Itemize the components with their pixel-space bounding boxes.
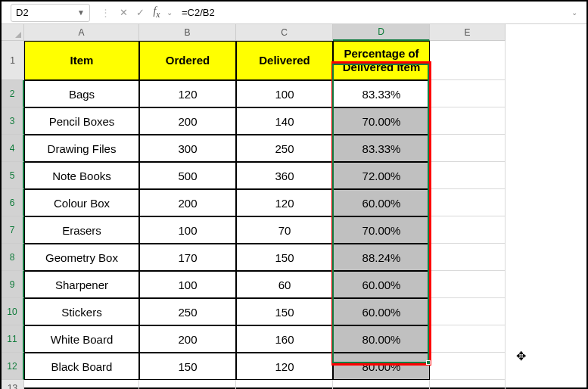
row-header-1[interactable]: 1 bbox=[2, 41, 24, 80]
cell-percentage[interactable]: 70.00% bbox=[333, 216, 430, 244]
formula-bar: D2 ▼ ⋮ ✕ ✓ fx ⌄ =C2/B2 ⌄ bbox=[2, 2, 586, 24]
cell-ordered[interactable]: 200 bbox=[139, 107, 236, 135]
cell-delivered[interactable]: 250 bbox=[236, 135, 333, 162]
row-header-6[interactable]: 6 bbox=[2, 189, 24, 216]
cell-percentage[interactable]: 83.33% bbox=[333, 80, 430, 107]
cell-empty[interactable] bbox=[430, 216, 506, 244]
cell-C13[interactable] bbox=[236, 380, 333, 389]
cell-empty[interactable] bbox=[430, 271, 506, 298]
row-header-10[interactable]: 10 bbox=[2, 298, 24, 325]
cell-percentage[interactable]: 60.00% bbox=[333, 271, 430, 298]
cell-item[interactable]: Drawing Files bbox=[24, 135, 139, 162]
cell-percentage[interactable]: 72.00% bbox=[333, 162, 430, 189]
cell-A13[interactable] bbox=[24, 380, 139, 389]
header-percentage[interactable]: Percentage of Delivered Item bbox=[333, 41, 430, 80]
row-header-9[interactable]: 9 bbox=[2, 271, 24, 298]
cell-percentage[interactable]: 80.00% bbox=[333, 353, 430, 380]
cell-delivered[interactable]: 160 bbox=[236, 325, 333, 353]
col-header-E[interactable]: E bbox=[430, 24, 506, 41]
row-header-3[interactable]: 3 bbox=[2, 107, 24, 135]
cell-delivered[interactable]: 140 bbox=[236, 107, 333, 135]
cell-delivered[interactable]: 150 bbox=[236, 244, 333, 271]
cell-item[interactable]: Geometry Box bbox=[24, 244, 139, 271]
cell-empty[interactable] bbox=[430, 135, 506, 162]
fx-icon[interactable]: fx bbox=[148, 5, 165, 20]
cell-reference: D2 bbox=[16, 7, 29, 18]
cell-percentage[interactable]: 88.24% bbox=[333, 244, 430, 271]
cell-empty[interactable] bbox=[430, 244, 506, 271]
cell-percentage[interactable]: 70.00% bbox=[333, 107, 430, 135]
col-header-A[interactable]: A bbox=[24, 24, 139, 41]
cell-ordered[interactable]: 500 bbox=[139, 162, 236, 189]
cell-percentage[interactable]: 83.33% bbox=[333, 135, 430, 162]
header-item[interactable]: Item bbox=[24, 41, 139, 80]
cell-empty[interactable] bbox=[430, 107, 506, 135]
formula-text: =C2/B2 bbox=[182, 7, 215, 18]
cell-percentage[interactable]: 60.00% bbox=[333, 189, 430, 216]
cell-empty[interactable] bbox=[430, 325, 506, 353]
cursor-icon: ✥ bbox=[516, 349, 526, 363]
cell-delivered[interactable]: 360 bbox=[236, 162, 333, 189]
cell-item[interactable]: Colour Box bbox=[24, 189, 139, 216]
cell-ordered[interactable]: 250 bbox=[139, 298, 236, 325]
row-header-12[interactable]: 12 bbox=[2, 353, 24, 380]
cell-percentage[interactable]: 80.00% bbox=[333, 325, 430, 353]
cell-empty[interactable] bbox=[430, 353, 506, 380]
col-header-B[interactable]: B bbox=[139, 24, 236, 41]
cell-item[interactable]: Stickers bbox=[24, 298, 139, 325]
cell-delivered[interactable]: 120 bbox=[236, 189, 333, 216]
row-header-8[interactable]: 8 bbox=[2, 244, 24, 271]
cell-delivered[interactable]: 60 bbox=[236, 271, 333, 298]
cell-ordered[interactable]: 200 bbox=[139, 189, 236, 216]
cell-E13[interactable] bbox=[430, 380, 506, 389]
select-all-corner[interactable] bbox=[2, 24, 24, 41]
col-header-D[interactable]: D bbox=[333, 24, 430, 41]
formula-bar-buttons: ⋮ ✕ ✓ fx ⌄ bbox=[96, 5, 174, 20]
formula-expand-icon[interactable]: ⌄ bbox=[570, 8, 579, 17]
row-header-13[interactable]: 13 bbox=[2, 380, 24, 389]
cell-empty[interactable] bbox=[430, 298, 506, 325]
cell-item[interactable]: Black Board bbox=[24, 353, 139, 380]
cell-item[interactable]: Pencil Boxes bbox=[24, 107, 139, 135]
cell-item[interactable]: Erasers bbox=[24, 216, 139, 244]
cell-item[interactable]: Bags bbox=[24, 80, 139, 107]
spreadsheet-grid[interactable]: A B C D E 1 Item Ordered Delivered Perce… bbox=[2, 24, 586, 389]
row-header-5[interactable]: 5 bbox=[2, 162, 24, 189]
row-header-7[interactable]: 7 bbox=[2, 216, 24, 244]
cancel-icon[interactable]: ✕ bbox=[115, 7, 132, 18]
cell-percentage[interactable]: 60.00% bbox=[333, 298, 430, 325]
cell-D13[interactable] bbox=[333, 380, 430, 389]
cell-empty[interactable] bbox=[430, 80, 506, 107]
fx-dropdown-icon[interactable]: ⌄ bbox=[165, 8, 174, 17]
cell-empty[interactable] bbox=[430, 162, 506, 189]
name-box-dropdown-icon[interactable]: ▼ bbox=[77, 8, 85, 17]
cell-item[interactable]: Sharpener bbox=[24, 271, 139, 298]
cell-ordered[interactable]: 150 bbox=[139, 353, 236, 380]
cell-delivered[interactable]: 100 bbox=[236, 80, 333, 107]
header-delivered[interactable]: Delivered bbox=[236, 41, 333, 80]
row-header-2[interactable]: 2 bbox=[2, 80, 24, 107]
cell-delivered[interactable]: 150 bbox=[236, 298, 333, 325]
cell-ordered[interactable]: 100 bbox=[139, 216, 236, 244]
cell-item[interactable]: Note Books bbox=[24, 162, 139, 189]
cell-item[interactable]: White Board bbox=[24, 325, 139, 353]
cell-empty[interactable] bbox=[430, 189, 506, 216]
formula-input[interactable]: =C2/B2 bbox=[174, 4, 570, 22]
cell-E1[interactable] bbox=[430, 41, 506, 80]
row-header-4[interactable]: 4 bbox=[2, 135, 24, 162]
header-ordered[interactable]: Ordered bbox=[139, 41, 236, 80]
cell-ordered[interactable]: 200 bbox=[139, 325, 236, 353]
row-header-11[interactable]: 11 bbox=[2, 325, 24, 353]
cell-delivered[interactable]: 120 bbox=[236, 353, 333, 380]
cell-delivered[interactable]: 70 bbox=[236, 216, 333, 244]
col-header-C[interactable]: C bbox=[236, 24, 333, 41]
enter-icon[interactable]: ✓ bbox=[132, 7, 148, 18]
name-box[interactable]: D2 ▼ bbox=[11, 4, 90, 22]
cell-ordered[interactable]: 100 bbox=[139, 271, 236, 298]
cell-B13[interactable] bbox=[139, 380, 236, 389]
cell-ordered[interactable]: 170 bbox=[139, 244, 236, 271]
cell-ordered[interactable]: 300 bbox=[139, 135, 236, 162]
cell-ordered[interactable]: 120 bbox=[139, 80, 236, 107]
